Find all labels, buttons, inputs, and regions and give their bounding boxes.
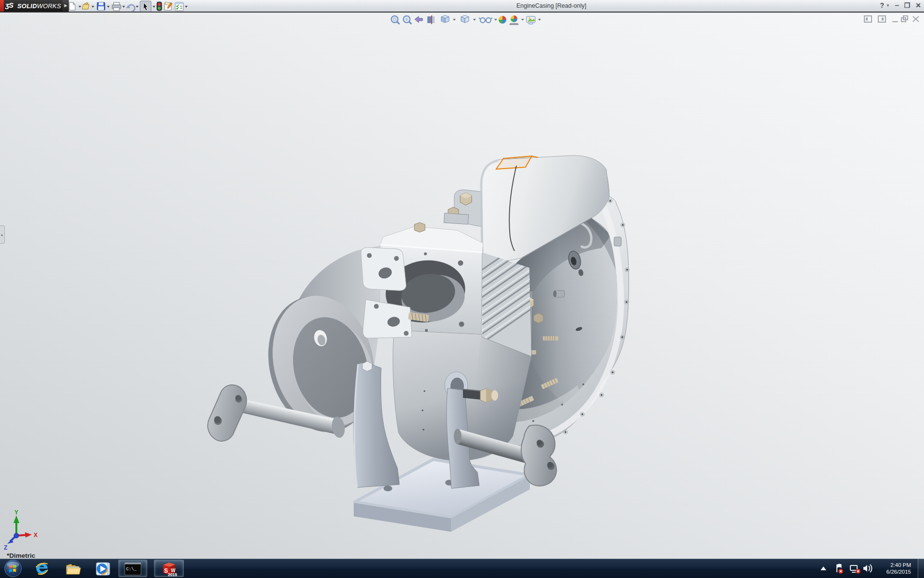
start-button[interactable] [4,559,22,578]
volume-icon[interactable] [863,565,872,572]
dassault-3ds-icon: ʒS [5,1,13,9]
edit-appearance-icon[interactable] [499,16,506,24]
help-button[interactable]: ? [880,1,884,9]
new-document-icon[interactable] [69,2,75,10]
main-toolbar[interactable] [65,0,195,12]
brand-text: SOLIDWORKS [17,2,61,10]
show-desktop-button[interactable] [918,559,924,578]
zoom-to-fit-icon[interactable] [391,16,399,24]
title-bar: ʒS SOLIDWORKS ▶ EngineCasing [Read-only]… [0,0,924,13]
solidworks-logo[interactable]: ʒS SOLIDWORKS [0,0,63,12]
solidworks-window: ʒS SOLIDWORKS ▶ EngineCasing [Read-only]… [0,0,924,578]
sw-year: 2015 [168,572,177,577]
solidworks-app-icon[interactable]: S W 2015 [161,561,177,577]
view-orientation-name: *Dimetric [7,552,35,559]
command-prompt-icon[interactable]: C:\_ [124,562,141,576]
hex-bolt[interactable] [460,193,472,205]
view-orientation-icon[interactable] [441,15,449,23]
hex-bolt[interactable] [534,313,543,323]
hex-bolt[interactable] [362,361,372,371]
tile-right-icon[interactable] [878,16,886,22]
display-style-icon[interactable] [461,15,469,23]
document-title: EngineCasing [Read-only] [516,2,586,9]
view-settings-icon[interactable] [526,16,535,24]
document-window-controls[interactable] [864,15,922,24]
file-properties-icon[interactable] [165,2,172,10]
rebuild-icon[interactable] [157,2,162,11]
zoom-to-area-icon[interactable] [403,16,411,24]
save-icon[interactable] [97,2,105,10]
show-hidden-icons[interactable] [821,566,826,570]
hide-show-items-icon[interactable] [479,18,492,23]
threaded-stud[interactable] [543,336,558,341]
rod-flange-left[interactable] [208,385,247,441]
tile-left-icon[interactable] [864,16,872,22]
options-icon[interactable] [175,2,183,11]
support-arm-left[interactable] [354,361,399,487]
select-tool[interactable] [140,1,151,12]
system-tray-icons[interactable] [816,559,873,578]
doc-close-icon[interactable] [913,16,919,22]
taskbar-clock[interactable]: 2:40 PM 6/26/2015 [873,562,911,575]
triad-z-label: Z [4,544,7,551]
hex-bolt[interactable] [480,388,498,403]
previous-view-icon[interactable] [415,16,423,23]
triad-x-label: X [34,532,38,539]
taskbar-internet-explorer-icon[interactable] [35,562,49,576]
triad-y-label: Y [14,510,18,516]
doc-restore-icon[interactable] [901,16,908,22]
graphics-viewport[interactable]: ▸ Y X Z *Dimetric [0,13,924,559]
open-icon[interactable] [82,2,89,9]
reference-triad: Y X Z [0,510,58,559]
heads-up-view-toolbar[interactable] [385,14,549,26]
sw-letter-front: S [164,567,168,574]
apply-scene-icon[interactable] [509,15,519,25]
taskbar-windows-explorer-icon[interactable] [65,562,81,576]
network-status-icon[interactable] [850,565,860,574]
help-dropdown-arrow[interactable]: ▼ [886,3,890,8]
cmd-text: C:\_ [126,567,137,572]
action-center-flag-icon[interactable] [837,564,843,574]
minimize-button[interactable]: ‒ [895,1,899,9]
windows-taskbar: C:\_ S W 2015 [0,559,924,578]
clock-date: 6/26/2015 [873,568,911,575]
print-icon[interactable] [112,2,121,11]
clock-time: 2:40 PM [873,562,911,568]
hex-bolt[interactable] [414,223,425,232]
restore-button[interactable]: ❐ [904,1,911,9]
undo-icon[interactable] [126,5,135,12]
taskbar-media-player-icon[interactable] [95,561,111,577]
close-button[interactable]: ✕ [915,1,921,9]
model-engine-casing[interactable] [0,13,924,559]
logo-red-accent [0,0,4,12]
section-view-icon[interactable] [427,15,435,24]
panel-collapse-tab[interactable]: ▸ [0,225,5,244]
gasket-plate-upper[interactable] [360,246,406,293]
rod-flange-right[interactable] [521,425,556,486]
